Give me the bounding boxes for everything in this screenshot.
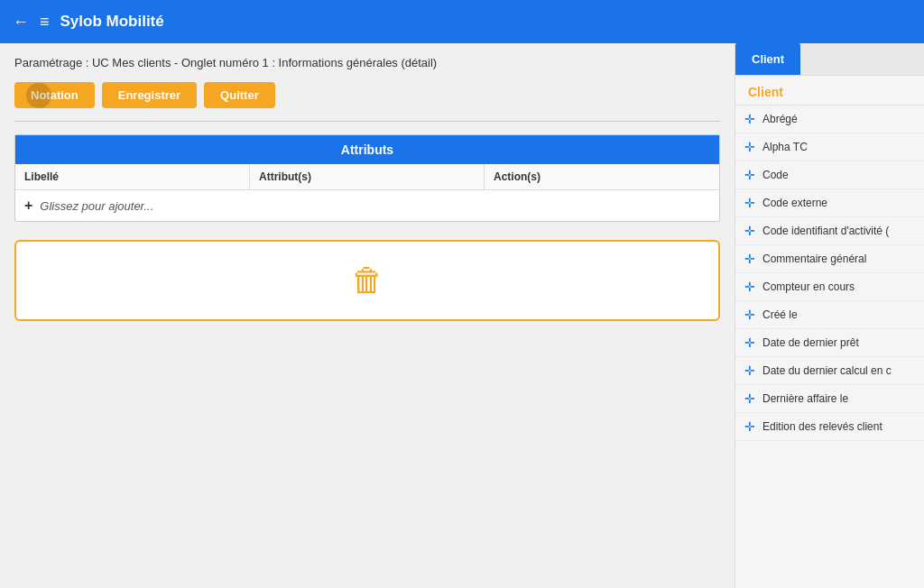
breadcrumb: Paramétrage : UC Mes clients - Onglet nu… [14,56,720,69]
sidebar-item[interactable]: ✛ Code externe [735,189,924,217]
main-layout: Paramétrage : UC Mes clients - Onglet nu… [0,43,924,588]
sidebar-item-label: Créé le [762,308,798,321]
sidebar-item-label: Compteur en cours [762,280,855,293]
sidebar-item-label: Date du dernier calcul en c [762,364,892,377]
drag-icon: ✛ [744,419,755,434]
attributes-table: Attributs Libellé Attribut(s) Action(s) … [14,134,720,222]
drag-icon: ✛ [744,224,755,238]
sidebar-item[interactable]: ✛ Compteur en cours [735,273,924,301]
add-hint-text: Glissez pour ajouter... [40,199,153,213]
sidebar-item[interactable]: ✛ Code [735,161,924,189]
sidebar-item[interactable]: ✛ Edition des relevés client [735,413,924,441]
sidebar-item[interactable]: ✛ Abrégé [735,106,924,133]
enregistrer-button[interactable]: Enregistrer [102,82,197,108]
sidebar-tab-bar: Client [735,43,924,76]
sidebar-item[interactable]: ✛ Commentaire général [735,245,924,273]
sidebar-item[interactable]: ✛ Date de dernier prêt [735,329,924,357]
sidebar-item-label: Abrégé [762,113,798,125]
table-columns: Libellé Attribut(s) Action(s) [15,164,719,190]
sidebar-item[interactable]: ✛ Date du dernier calcul en c [735,357,924,385]
drag-icon: ✛ [744,308,755,322]
topbar: ← ≡ Sylob Mobilité [0,0,924,43]
col-libelle: Libellé [15,164,250,189]
sidebar-item-label: Code externe [762,197,827,209]
drag-icon: ✛ [744,280,755,294]
back-button[interactable]: ← [13,13,29,32]
separator [14,121,720,122]
sidebar-item-label: Edition des relevés client [762,420,882,433]
sidebar-items-list: ✛ Abrégé ✛ Alpha TC ✛ Code ✛ Code extern… [735,106,924,588]
drag-icon: ✛ [744,168,755,182]
sidebar-section-header: Client [735,76,924,106]
trash-icon: 🗑 [351,262,383,299]
toolbar: Notation Enregistrer Quitter [14,82,720,108]
col-attributs: Attribut(s) [250,164,485,189]
table-add-row: + Glissez pour ajouter... [15,190,719,221]
menu-icon[interactable]: ≡ [40,13,50,32]
drag-icon: ✛ [744,252,755,266]
col-actions: Action(s) [485,164,719,189]
sidebar-item-label: Code identifiant d'activité ( [762,225,889,237]
sidebar-item[interactable]: ✛ Créé le [735,301,924,329]
drag-icon: ✛ [744,391,755,406]
add-row-cell[interactable]: + Glissez pour ajouter... [15,190,250,221]
drag-icon: ✛ [744,196,755,210]
sidebar-item-label: Dernière affaire le [762,392,848,405]
app-title: Sylob Mobilité [60,13,164,31]
sidebar-item[interactable]: ✛ Code identifiant d'activité ( [735,217,924,245]
drag-icon: ✛ [744,140,755,154]
drag-icon: ✛ [744,363,755,378]
drop-zone[interactable]: 🗑 [14,240,720,321]
sidebar-item[interactable]: ✛ Dernière affaire le [735,385,924,413]
notation-button[interactable]: Notation [14,82,95,108]
sidebar-item-label: Alpha TC [762,141,808,153]
sidebar-item-label: Code [762,169,789,181]
table-title: Attributs [15,135,719,164]
sidebar-item-label: Commentaire général [762,253,866,265]
drag-icon: ✛ [744,112,755,126]
left-content: Paramétrage : UC Mes clients - Onglet nu… [0,43,735,588]
sidebar-tab-client[interactable]: Client [735,43,800,75]
sidebar-item-label: Date de dernier prêt [762,336,859,349]
quitter-button[interactable]: Quitter [204,82,275,108]
right-sidebar: Client Client ✛ Abrégé ✛ Alpha TC ✛ Code… [735,43,924,588]
sidebar-item[interactable]: ✛ Alpha TC [735,133,924,161]
drag-icon: ✛ [744,335,755,350]
add-plus-icon: + [24,198,32,214]
